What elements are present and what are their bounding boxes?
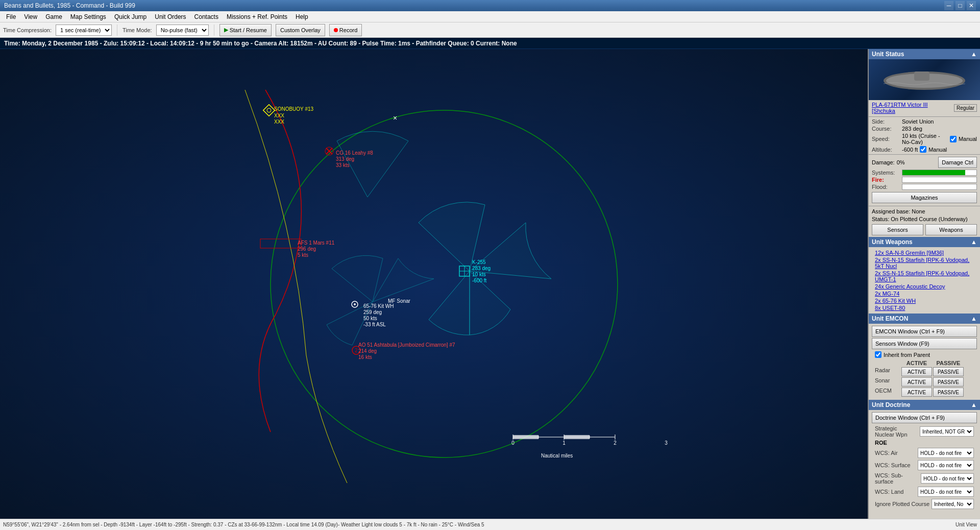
fire-label: Fire: [872,177,900,183]
wcs-land-select[interactable]: HOLD - do not fire [918,487,974,497]
systems-bar-row: Systems: [869,169,980,176]
wcs-surface-row: WCS: Surface HOLD - do not fire [872,459,977,471]
kitwh-label: 65-76 Kit WH [363,303,394,309]
emcon-window-btn[interactable]: EMCON Window (Ctrl + F9) [872,326,977,337]
sonar-active-btn[interactable]: ACTIVE [901,377,932,387]
sonar-passive-btn[interactable]: PASSIVE [933,377,964,387]
roe-label: ROE [875,440,887,446]
unit-name-row: PLA-671RTM Victor III [Shchuka Regular [869,100,980,115]
weapon-6[interactable]: 2x 65-76 Kit WH [872,297,977,304]
svg-text:2: 2 [355,348,358,353]
radar-active-btn[interactable]: ACTIVE [901,367,932,376]
emcon-radar-label: Radar [875,367,900,376]
titlebar-controls[interactable]: ─ □ ✕ [944,1,976,10]
sensors-btn[interactable]: Sensors [872,224,923,235]
unit-status-header[interactable]: Unit Status ▲ [869,49,980,59]
sensors-window-btn[interactable]: Sensors Window (F9) [872,338,977,349]
unit-type-badge: Regular [954,104,977,112]
speed-label: Speed: [872,136,900,142]
emcon-collapse-icon: ▲ [971,315,977,322]
speed-manual-checkbox[interactable] [950,136,957,142]
menu-contacts[interactable]: Contacts [190,12,223,21]
menu-game[interactable]: Game [41,12,66,21]
altitude-manual-label: Manual [928,147,947,153]
menu-help[interactable]: Help [291,12,312,21]
afs1-label: AFS 1 Mars #11 [298,240,334,246]
cg16-course: 313 deg [336,156,354,162]
weapon-5[interactable]: 2x MG-74 [872,290,977,297]
status-row: Status: On Plotted Course (Underway) [869,215,980,223]
time-compression-select[interactable]: 1 sec (real-time) 5 sec 15 sec 30 sec 1 … [56,25,112,36]
unit-doctrine-content: Doctrine Window (Ctrl + F9) Strategic Nu… [869,410,980,512]
minimize-btn[interactable]: ─ [944,1,953,10]
magazines-btn[interactable]: Magazines [872,192,977,203]
strategic-nuclear-select[interactable]: Inherited, NOT GR [920,426,974,437]
flood-label: Flood: [872,184,900,190]
unit-emcon-header[interactable]: Unit EMCON ▲ [869,314,980,324]
svg-text:2: 2 [614,440,617,446]
weapon-7[interactable]: 8x USET-80 [872,304,977,311]
unit-weapons-header[interactable]: Unit Weapons ▲ [869,237,980,247]
close-btn[interactable]: ✕ [967,1,976,10]
inherit-parent-label: Inherit from Parent [884,352,930,358]
altitude-manual-checkbox[interactable] [920,146,926,153]
menubar: File View Game Map Settings Quick Jump U… [0,11,980,22]
toolbar: Time Compression: 1 sec (real-time) 5 se… [0,22,980,38]
doctrine-collapse-icon: ▲ [971,401,977,408]
map-svg: 2 0 [0,49,868,519]
svg-text:×: × [393,114,397,122]
wcs-subsurface-select[interactable]: HOLD - do not fire [921,473,974,484]
weapon-1[interactable]: 12x SA-N-8 Gremlin [9M36] [872,249,977,256]
start-resume-btn[interactable]: ▶ Start / Resume [219,24,272,36]
svg-text:3: 3 [665,440,668,446]
weapons-btn[interactable]: Weapons [925,224,977,235]
weapon-3[interactable]: 2x SS-N-15 Starfish [RPK-6 Vodopad, UMGT… [872,270,977,283]
unit-weapons-content: 12x SA-N-8 Gremlin [9M36] 2x SS-N-15 Sta… [869,247,980,314]
wcs-surface-select[interactable]: HOLD - do not fire [918,460,974,470]
unit-class-link[interactable]: PLA-671RTM Victor III [Shchuka [872,102,952,114]
svg-text:Nautical miles: Nautical miles [541,453,573,459]
damage-ctrl-btn[interactable]: Damage Ctrl [938,157,977,168]
right-panel: Unit Status ▲ PLA-671RTM Victor III [Shc… [868,49,980,519]
sonobuoy-label: SONOBUOY #13 [274,106,313,112]
systems-bar-fill [902,170,965,175]
weapon-2[interactable]: 2x SS-N-15 Starfish [RPK-6 Vodopad, 5kT … [872,256,977,270]
doctrine-window-btn[interactable]: Doctrine Window (Ctrl + F9) [872,412,977,423]
status-text: Status: On Plotted Course (Underway) [872,216,968,222]
menu-unit-orders[interactable]: Unit Orders [151,12,190,21]
kitwh-course: 259 deg [363,309,382,315]
k255-label: K-255 [472,259,486,265]
map-area[interactable]: 2 0 [0,49,868,519]
emcon-empty [875,360,900,366]
menu-quick-jump[interactable]: Quick Jump [110,12,151,21]
menu-map-settings[interactable]: Map Settings [66,12,110,21]
radar-passive-btn[interactable]: PASSIVE [933,367,964,376]
wcs-subsurface-row: WCS: Sub-surface HOLD - do not fire [872,471,977,486]
weapon-4[interactable]: 24x Generic Acoustic Decoy [872,283,977,290]
unit-image [869,59,980,100]
side-value: Soviet Union [902,118,934,125]
ignore-plotted-row: Ignore Plotted Course Inherited, No [872,498,977,510]
systems-bar [902,170,977,176]
time-mode-select[interactable]: No-pulse (fast) Pulse mode [156,25,209,36]
oecm-active-btn[interactable]: ACTIVE [901,388,932,397]
oecm-passive-btn[interactable]: PASSIVE [933,388,964,397]
fire-bar-row: Fire: [869,176,980,183]
unit-doctrine-header[interactable]: Unit Doctrine ▲ [869,400,980,410]
custom-overlay-btn[interactable]: Custom Overlay [276,24,325,36]
wcs-air-select[interactable]: HOLD - do not fire [918,448,974,458]
inherit-parent-checkbox[interactable] [875,351,881,358]
svg-rect-21 [513,435,538,439]
maximize-btn[interactable]: □ [955,1,965,10]
record-btn[interactable]: Record [329,24,362,36]
menu-file[interactable]: File [2,12,20,21]
ignore-plotted-select[interactable]: Inherited, No [932,499,974,509]
ignore-plotted-label: Ignore Plotted Course [875,501,929,507]
emcon-active-header: ACTIVE [901,360,932,366]
time-mode-label: Time Mode: [122,27,152,33]
titlebar-title: Beans and Bullets, 1985 - Command - Buil… [4,2,135,9]
menu-missions[interactable]: Missions + Ref. Points [223,12,291,21]
damage-value: 0% [897,159,905,165]
menu-view[interactable]: View [20,12,41,21]
side-label: Side: [872,118,900,125]
